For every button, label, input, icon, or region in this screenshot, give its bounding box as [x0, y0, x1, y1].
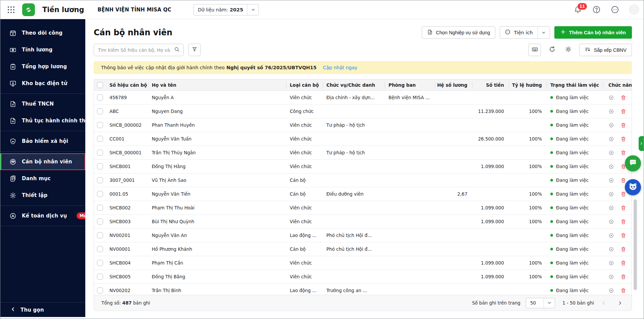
table-row[interactable]: 0001.05Nguyễn Văn TiếnCán bộĐiều dưỡng v… [94, 187, 632, 201]
row-checkbox[interactable] [97, 205, 103, 211]
table-row[interactable]: 456789Nguyễn AViên chứcĐịa chính - xây d… [94, 91, 632, 105]
sidebar-item-shield-heart[interactable]: Bảo hiểm xã hội [0, 133, 85, 150]
row-checkbox[interactable] [97, 287, 103, 293]
table-row[interactable]: NV00001Hồ Phương KhánhCán bộPhó chủ tịch… [94, 242, 632, 256]
view-icon[interactable] [608, 136, 614, 142]
view-icon[interactable] [608, 205, 614, 211]
chevron-down-icon[interactable] [247, 4, 259, 15]
row-checkbox[interactable] [97, 163, 103, 169]
more-options-icon[interactable] [610, 5, 619, 14]
table-row[interactable]: SHCB005Đồng Thị BằngViên chức1.099.00010… [94, 270, 632, 284]
sidebar-item-gear[interactable]: Thiết lập [0, 187, 85, 204]
delete-icon[interactable] [620, 191, 626, 197]
sidebar-item-calendar-plus[interactable]: Theo dõi công [0, 25, 85, 41]
table-scrollbar[interactable] [634, 199, 637, 290]
table-row[interactable]: CC001Nguyễn Văn TuấnViên chức26.500.0001… [94, 132, 632, 146]
sidebar-item-triangle-circle[interactable]: Kế toán dịch vụMới [0, 207, 85, 224]
row-checkbox[interactable] [97, 274, 103, 280]
view-icon[interactable] [608, 233, 614, 238]
delete-icon[interactable] [620, 122, 626, 128]
delete-icon[interactable] [620, 109, 626, 114]
column-header[interactable]: Chức năng [603, 79, 632, 90]
delete-icon[interactable] [620, 233, 626, 238]
row-checkbox[interactable] [97, 232, 103, 238]
settings-button[interactable] [563, 45, 573, 55]
sidebar-item-clipboard-dollar[interactable]: $Tổng hợp lương [0, 58, 85, 75]
table-row[interactable]: SHCB_000001Trần Thị Thúy NgânViên chứcTư… [94, 146, 632, 160]
table-row[interactable]: SHCB003Bùi Thị Như QuỳnhViên chức1.099.0… [94, 215, 632, 229]
row-checkbox[interactable] [97, 260, 103, 266]
delete-icon[interactable] [620, 177, 626, 183]
row-checkbox[interactable] [97, 136, 103, 142]
sidebar-item-monitor-dollar[interactable]: $Kho bạc điện tử [0, 75, 85, 92]
row-checkbox[interactable] [97, 177, 103, 183]
sidebar-item-documents[interactable]: Danh mục [0, 170, 85, 187]
sort-employees-button[interactable]: Sắp xếp CBNV [579, 44, 632, 56]
table-row[interactable]: SHCB_000002Phan Thanh HuyềnViên chứcTư p… [94, 118, 632, 132]
column-header[interactable]: Phòng ban [385, 79, 435, 90]
row-checkbox[interactable] [97, 218, 103, 225]
chat-support-button[interactable] [625, 155, 641, 171]
row-checkbox[interactable] [97, 94, 103, 101]
sidebar-item-people-circle[interactable]: Cán bộ nhân viên [0, 153, 85, 170]
delete-icon[interactable] [620, 95, 626, 101]
add-employee-button[interactable]: Thêm Cán bộ nhân viên [554, 26, 632, 39]
assistant-bot-button[interactable] [625, 179, 641, 195]
column-header[interactable]: Loại cán bộ [286, 79, 323, 90]
view-icon[interactable] [608, 288, 614, 293]
collapse-sidebar-button[interactable]: Thu gọn [0, 302, 85, 317]
delete-icon[interactable] [620, 246, 626, 252]
help-icon[interactable] [592, 5, 601, 14]
select-all-checkbox[interactable] [97, 82, 103, 88]
table-row[interactable]: NV00201Nguyễn Văn AnLao động ...Phó chủ … [94, 229, 632, 242]
search-icon[interactable] [174, 46, 180, 54]
column-header[interactable]: Trạng thái làm việc [547, 79, 603, 90]
column-header[interactable]: Họ và tên [148, 79, 286, 90]
view-icon[interactable] [608, 219, 614, 225]
delete-icon[interactable] [620, 288, 626, 293]
row-checkbox[interactable] [97, 150, 103, 156]
row-checkbox[interactable] [97, 108, 103, 114]
view-icon[interactable] [608, 150, 614, 156]
table-row[interactable]: SHCB002Phạm Thị Thu HoàiViên chức1.099.0… [94, 201, 632, 215]
utilities-button[interactable]: Tiện ích [500, 26, 550, 39]
view-icon[interactable] [608, 109, 614, 114]
previous-page-button[interactable] [599, 298, 608, 307]
column-header[interactable]: Hệ số lương [435, 79, 472, 90]
table-row[interactable]: 3007_0001Vũ Thị Ánh SaoCán bộĐang làm vi… [94, 173, 632, 187]
view-icon[interactable] [608, 122, 614, 128]
row-checkbox[interactable] [97, 191, 103, 197]
table-row[interactable]: SHCB004Phạm Thị CầnViên chức1.099.000100… [94, 256, 632, 270]
view-icon[interactable] [608, 274, 614, 280]
user-avatar[interactable] [629, 4, 639, 15]
row-checkbox[interactable] [97, 246, 103, 252]
row-checkbox[interactable] [97, 122, 103, 128]
view-icon[interactable] [608, 191, 614, 197]
delete-icon[interactable] [620, 136, 626, 142]
expand-panel-tab[interactable] [639, 136, 644, 151]
utilities-dropdown-chevron[interactable] [538, 27, 550, 38]
view-icon[interactable] [608, 260, 614, 266]
table-row[interactable]: ABCNguyen DangCông chức11.239.000100%Đan… [94, 105, 632, 118]
column-header[interactable]: Số hiệu cán bộ [106, 79, 148, 90]
sidebar-item-document-percent[interactable]: Thuế TNCN [0, 95, 85, 112]
view-icon[interactable] [608, 95, 614, 101]
delete-icon[interactable] [620, 150, 626, 156]
view-icon[interactable] [608, 164, 614, 169]
column-header[interactable]: Số tiền [472, 79, 509, 90]
data-year-select[interactable]: Dữ liệu năm: 2025 [193, 4, 259, 15]
delete-icon[interactable] [620, 274, 626, 280]
keyboard-shortcuts-button[interactable] [528, 44, 541, 56]
update-now-link[interactable]: Cập nhật ngay [323, 65, 358, 70]
column-header[interactable]: Chức vụ/Chức danh [323, 79, 385, 90]
table-row[interactable]: NV00202Trần Thị BìnhLao động ...Trưởng c… [94, 284, 632, 295]
table-row[interactable]: SHCB001Đồng Thị HằngViên chức1.099.00010… [94, 160, 632, 173]
view-icon[interactable] [608, 177, 614, 183]
app-grid-icon[interactable] [8, 6, 14, 13]
refresh-button[interactable] [547, 45, 557, 55]
filter-button[interactable] [188, 44, 201, 56]
search-input[interactable] [98, 47, 171, 53]
choose-business-button[interactable]: Chọn Nghiệp vụ sử dụng [422, 26, 495, 39]
delete-icon[interactable] [620, 219, 626, 225]
delete-icon[interactable] [620, 205, 626, 211]
